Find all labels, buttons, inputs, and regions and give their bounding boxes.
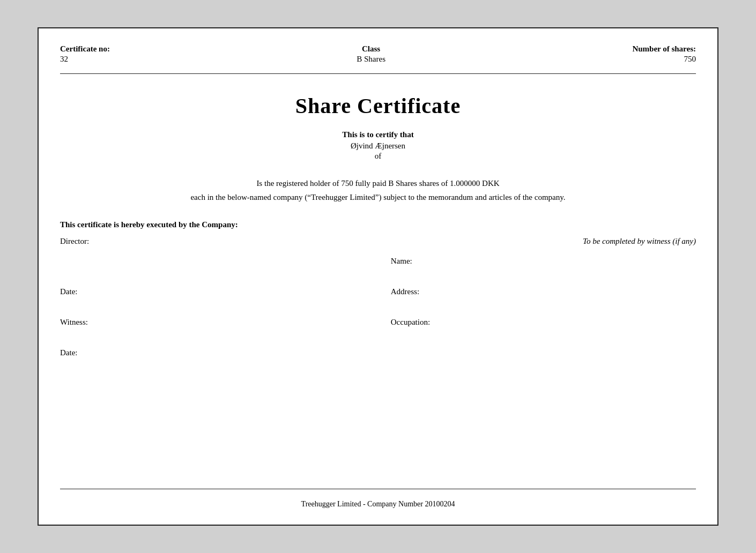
footer-text: Treehugger Limited - Company Number 2010… [301,500,455,508]
fields-row-2: Date: Address: [60,287,696,318]
holder-section: Is the registered holder of 750 fully pa… [60,177,696,204]
right-fields-4 [391,348,696,379]
header-row: Certificate no: 32 Class B Shares Number… [60,44,696,64]
shares-col: Number of shares: 750 [632,44,696,64]
date-label: Date: [60,287,77,296]
executed-label: This certificate is hereby executed by t… [60,220,696,229]
date-field: Date: [60,287,365,296]
header-divider [60,73,696,74]
left-fields-2: Date: [60,287,365,318]
shares-value: 750 [684,55,696,64]
certify-of: of [60,152,696,161]
holder-line2: each in the below-named company (“Treehu… [60,191,696,205]
name-field: Name: [391,257,412,266]
certify-section: This is to certify that Øjvind Æjnersen … [60,130,696,161]
fields-row-1: Director: To be completed by witness (if… [60,237,696,287]
occupation-field: Occupation: [391,318,430,327]
shares-label: Number of shares: [632,44,696,54]
certificate: Certificate no: 32 Class B Shares Number… [38,27,718,526]
name-label: Name: [391,257,412,265]
witness-field: Witness: [60,318,365,327]
address-field: Address: [391,287,419,296]
date2-label: Date: [60,348,77,357]
cert-no-col: Certificate no: 32 [60,44,110,64]
fields-row-4: Date: [60,348,696,379]
witness-note: To be completed by witness (if any) [391,237,696,246]
class-label: Class [362,44,380,54]
holder-line1: Is the registered holder of 750 fully pa… [60,177,696,191]
executed-section: This certificate is hereby executed by t… [60,220,696,379]
left-fields-4: Date: [60,348,365,379]
certify-label: This is to certify that [60,130,696,139]
right-fields-2: Address: [391,287,696,318]
cert-no-label: Certificate no: [60,44,110,54]
certificate-title: Share Certificate [60,93,696,118]
witness-label: Witness: [60,318,88,326]
date2-field: Date: [60,348,365,357]
cert-no-value: 32 [60,55,110,64]
left-fields-3: Witness: [60,318,365,348]
footer: Treehugger Limited - Company Number 2010… [60,489,696,509]
director-label: Director: [60,237,89,245]
occupation-label: Occupation: [391,318,430,326]
class-value: B Shares [357,55,386,64]
fields-row-3: Witness: Occupation: [60,318,696,348]
certify-name: Øjvind Æjnersen [60,141,696,151]
class-col: Class B Shares [110,44,633,64]
address-label: Address: [391,287,419,296]
right-fields-3: Occupation: [391,318,696,348]
director-field: Director: [60,237,365,246]
right-fields-top: To be completed by witness (if any) Name… [391,237,696,287]
left-fields: Director: [60,237,365,287]
